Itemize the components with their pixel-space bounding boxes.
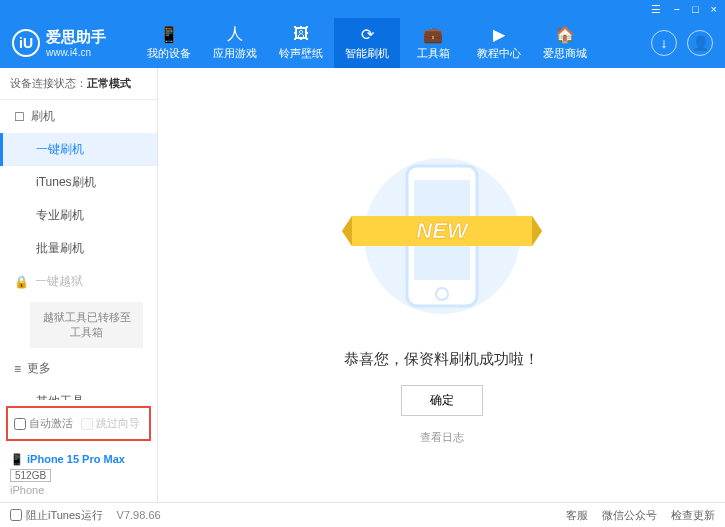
maximize-icon[interactable]: □ xyxy=(692,3,699,15)
status-bar: 阻止iTunes运行 V7.98.66 客服 微信公众号 检查更新 xyxy=(0,502,725,527)
success-message: 恭喜您，保资料刷机成功啦！ xyxy=(344,350,539,369)
nav-label: 我的设备 xyxy=(147,46,191,61)
nav-label: 爱思商城 xyxy=(543,46,587,61)
footer-link-wechat[interactable]: 微信公众号 xyxy=(602,508,657,523)
download-button[interactable]: ↓ xyxy=(651,30,677,56)
conn-value: 正常模式 xyxy=(87,77,131,89)
nav-toolbox[interactable]: 💼工具箱 xyxy=(400,18,466,68)
app-header: iU 爱思助手 www.i4.cn 📱我的设备 人应用游戏 🖼铃声壁纸 ⟳智能刷… xyxy=(0,18,725,68)
footer-link-update[interactable]: 检查更新 xyxy=(671,508,715,523)
flash-icon: ⟳ xyxy=(358,25,376,43)
nav-label: 工具箱 xyxy=(417,46,450,61)
sidebar: 设备连接状态：正常模式 ☐ 刷机 一键刷机 iTunes刷机 专业刷机 批量刷机… xyxy=(0,68,158,502)
jailbreak-note: 越狱工具已转移至工具箱 xyxy=(30,302,143,348)
lock-icon: 🔒 xyxy=(14,275,29,289)
new-badge-text: NEW xyxy=(416,218,470,243)
block-itunes-checkbox[interactable]: 阻止iTunes运行 xyxy=(10,508,103,523)
success-illustration: NEW xyxy=(362,136,522,336)
main-content: NEW 恭喜您，保资料刷机成功啦！ 确定 查看日志 xyxy=(158,68,725,502)
minimize-icon[interactable]: − xyxy=(673,3,679,15)
flash-group-icon: ☐ xyxy=(14,110,25,124)
nav-store[interactable]: 🏠爱思商城 xyxy=(532,18,598,68)
brand-logo: iU 爱思助手 www.i4.cn xyxy=(12,28,106,58)
skip-guide-checkbox[interactable]: 跳过向导 xyxy=(81,416,140,431)
tutorial-icon: ▶ xyxy=(490,25,508,43)
sidebar-item-itunes-flash[interactable]: iTunes刷机 xyxy=(0,166,157,199)
sidebar-item-pro-flash[interactable]: 专业刷机 xyxy=(0,199,157,232)
group-label: 一键越狱 xyxy=(35,273,83,290)
auto-activate-checkbox[interactable]: 自动激活 xyxy=(14,416,73,431)
conn-label: 设备连接状态： xyxy=(10,77,87,89)
group-label: 更多 xyxy=(27,360,51,377)
apps-icon: 人 xyxy=(226,25,244,43)
device-name: iPhone 15 Pro Max xyxy=(27,453,125,465)
nav-flash[interactable]: ⟳智能刷机 xyxy=(334,18,400,68)
device-info: 📱 iPhone 15 Pro Max 512GB iPhone xyxy=(0,447,157,502)
user-button[interactable]: 👤 xyxy=(687,30,713,56)
device-icon: 📱 xyxy=(160,25,178,43)
window-titlebar: ☰ − □ × xyxy=(0,0,725,18)
svg-marker-6 xyxy=(532,216,542,246)
nav-label: 教程中心 xyxy=(477,46,521,61)
ok-button[interactable]: 确定 xyxy=(401,385,483,416)
brand-name: 爱思助手 xyxy=(46,28,106,47)
logo-icon: iU xyxy=(12,29,40,57)
footer-link-support[interactable]: 客服 xyxy=(566,508,588,523)
sidebar-group-jailbreak[interactable]: 🔒 一键越狱 xyxy=(0,265,157,298)
menu-icon[interactable]: ☰ xyxy=(651,3,661,16)
view-log-link[interactable]: 查看日志 xyxy=(420,430,464,445)
nav-my-device[interactable]: 📱我的设备 xyxy=(136,18,202,68)
phone-icon: 📱 xyxy=(10,453,24,465)
device-storage: 512GB xyxy=(10,469,51,482)
close-icon[interactable]: × xyxy=(711,3,717,15)
activation-options-box: 自动激活 跳过向导 xyxy=(6,406,151,441)
connection-status: 设备连接状态：正常模式 xyxy=(0,68,157,100)
sidebar-item-oneclick-flash[interactable]: 一键刷机 xyxy=(0,133,157,166)
nav-label: 智能刷机 xyxy=(345,46,389,61)
group-label: 刷机 xyxy=(31,108,55,125)
wallpaper-icon: 🖼 xyxy=(292,25,310,43)
svg-marker-5 xyxy=(342,216,352,246)
sidebar-group-flash[interactable]: ☐ 刷机 xyxy=(0,100,157,133)
device-type: iPhone xyxy=(10,484,147,496)
nav-label: 应用游戏 xyxy=(213,46,257,61)
top-nav: 📱我的设备 人应用游戏 🖼铃声壁纸 ⟳智能刷机 💼工具箱 ▶教程中心 🏠爱思商城 xyxy=(136,18,651,68)
toolbox-icon: 💼 xyxy=(424,25,442,43)
sidebar-group-more[interactable]: ≡ 更多 xyxy=(0,352,157,385)
brand-url: www.i4.cn xyxy=(46,47,106,58)
nav-ringtones[interactable]: 🖼铃声壁纸 xyxy=(268,18,334,68)
version-label: V7.98.66 xyxy=(117,509,161,521)
sidebar-item-other-tools[interactable]: 其他工具 xyxy=(0,385,157,400)
sidebar-item-batch-flash[interactable]: 批量刷机 xyxy=(0,232,157,265)
more-icon: ≡ xyxy=(14,362,21,376)
nav-tutorials[interactable]: ▶教程中心 xyxy=(466,18,532,68)
nav-apps[interactable]: 人应用游戏 xyxy=(202,18,268,68)
nav-label: 铃声壁纸 xyxy=(279,46,323,61)
store-icon: 🏠 xyxy=(556,25,574,43)
